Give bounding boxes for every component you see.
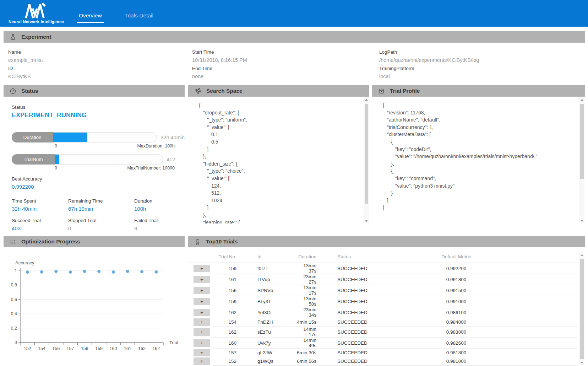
expand-row-button[interactable]: +	[194, 287, 210, 294]
cell-id: Uvk7y	[238, 338, 295, 349]
top10-trials-section-header: Top10 Trials	[188, 236, 585, 247]
scroll-down-arrow[interactable]	[579, 360, 584, 365]
scatter-point[interactable]	[97, 270, 100, 273]
json-line: ]	[199, 204, 361, 211]
scatter-point[interactable]	[54, 270, 58, 273]
cell-status: SUCCEEDED	[318, 327, 389, 338]
expand-row-button[interactable]: +	[194, 318, 210, 326]
optimization-progress-section-header: Optimization Progress	[4, 236, 185, 247]
cell-id: gL2JW	[238, 349, 295, 357]
cell-trial-no: 154	[213, 318, 238, 327]
range-min: 0	[55, 166, 57, 171]
cell-default-metric: 0.984000	[389, 318, 524, 327]
trial-profile-scrollbar[interactable]	[579, 97, 584, 224]
column-header: Trial No.	[213, 252, 238, 263]
expand-cell: +	[188, 338, 213, 349]
scatter-point[interactable]	[26, 270, 29, 274]
expand-row-button[interactable]: +	[194, 298, 210, 305]
scroll-up-arrow[interactable]	[579, 97, 584, 102]
tab-overview[interactable]: Overview	[77, 12, 104, 23]
scroll-up-arrow[interactable]	[364, 97, 369, 102]
cell-default-metric: 0.981800	[389, 349, 524, 357]
status-stats: Time Spent32h 40minRemaining Time67h 19m…	[12, 198, 185, 231]
stat-label: Succeed Trial	[12, 218, 68, 223]
json-line: "_value": [	[199, 175, 361, 182]
expand-cell: +	[188, 349, 213, 357]
cell-trial-no: 161	[213, 274, 238, 285]
section-title: Optimization Progress	[21, 238, 80, 245]
scroll-down-arrow[interactable]	[364, 218, 369, 224]
expand-cell: +	[188, 357, 213, 366]
x-tick-label: 157	[67, 346, 74, 351]
scrollbar-thumb[interactable]	[580, 104, 584, 179]
stat-label: Stopped Trial	[68, 218, 134, 223]
expand-row-button[interactable]: +	[194, 349, 210, 356]
scroll-down-arrow[interactable]	[579, 218, 584, 224]
json-line: ]	[199, 146, 361, 153]
scatter-point[interactable]	[140, 270, 143, 273]
trialnum-progress-bar: TrialNum412	[12, 154, 185, 165]
json-line: "_type": "uniform",	[199, 116, 361, 124]
scrollbar-thumb[interactable]	[365, 104, 368, 204]
expand-row-button[interactable]: +	[194, 276, 210, 283]
y-tick-label: 0.4	[11, 311, 17, 316]
tab-trials-detail[interactable]: Trials Detail	[123, 12, 156, 23]
scatter-point[interactable]	[111, 270, 115, 274]
json-line: },	[383, 160, 577, 168]
field-label: Name	[8, 48, 192, 56]
trial-profile-json-viewer: { "revision": 11768, "authorName": "defa…	[372, 97, 585, 224]
cell-id: ITVup	[238, 274, 295, 285]
scroll-up-arrow[interactable]	[579, 252, 584, 258]
json-line: 1024	[199, 197, 361, 204]
stat-value: 32h 40min	[12, 206, 68, 212]
range-max: MaxDuration: 100h	[137, 144, 175, 149]
table-row: +157gL2JW6min 30sSUCCEEDED0.981800	[188, 349, 577, 357]
top-trials-scrollbar[interactable]	[579, 252, 584, 365]
experiment-column: Nameexample_mnistIDKCiBytKB	[8, 48, 192, 81]
stat-value: 403	[12, 225, 68, 231]
top-trials-table: Trial No.IdDurationStatusDefault Metric …	[188, 252, 577, 366]
expand-row-button[interactable]: +	[194, 357, 210, 365]
scrollbar-thumb[interactable]	[580, 259, 584, 359]
cell-trial-no: 160	[213, 338, 238, 349]
json-line: ]	[383, 197, 577, 204]
progress-bar-label: Duration	[12, 132, 53, 142]
column-header: Duration	[295, 252, 318, 263]
scatter-point[interactable]	[83, 270, 86, 273]
progress-bar-value: 412	[167, 157, 175, 162]
x-tick-label: 156	[52, 346, 60, 351]
progress-bar-fill	[53, 133, 87, 142]
scatter-point[interactable]	[154, 270, 158, 274]
json-line: "clusterMetaData": [	[383, 131, 577, 138]
table-row: +159BLy3T13min 58sSUCCEEDED0.991000	[188, 296, 577, 307]
expand-row-button[interactable]: +	[194, 339, 210, 347]
section-title: Top10 Trials	[206, 238, 238, 245]
scatter-point[interactable]	[126, 270, 129, 273]
expand-cell: +	[188, 327, 213, 338]
cell-trial-no: 162	[213, 327, 238, 338]
scatter-point[interactable]	[40, 270, 43, 274]
field-value: KCiBytKB	[8, 72, 192, 81]
expand-row-button[interactable]: +	[194, 309, 210, 316]
cell-id: sEzTu	[238, 327, 295, 338]
cell-status: SUCCEEDED	[318, 285, 389, 296]
cell-trial-no: 152	[213, 357, 238, 366]
stat-label: Remaining Time	[68, 198, 134, 204]
scatter-point[interactable]	[69, 270, 72, 274]
expand-cell: +	[188, 285, 213, 296]
experiment-section-header: Experiment	[4, 31, 585, 43]
expand-row-button[interactable]: +	[194, 328, 210, 336]
json-line: {	[383, 102, 577, 109]
search-space-section: Search Space { "dropout_rate": { "_type"…	[188, 85, 369, 224]
expand-row-button[interactable]: +	[194, 265, 210, 272]
field-label: TrainingPlatform	[379, 64, 585, 72]
expand-cell: +	[188, 307, 213, 318]
top10-trials-section: Top10 Trials Trial No.IdDurationStatusDe…	[188, 236, 585, 366]
divider	[12, 125, 178, 125]
table-row: +152g1WQs6min 56sSUCCEEDED0.981000	[188, 357, 577, 366]
x-tick-label: 160	[110, 346, 117, 351]
cell-duration: 23min 27s	[295, 274, 318, 285]
trial-profile-section: Trial Profile { "revision": 11768, "auth…	[372, 85, 585, 224]
search-space-scrollbar[interactable]	[364, 97, 369, 224]
section-title: Status	[21, 88, 38, 94]
